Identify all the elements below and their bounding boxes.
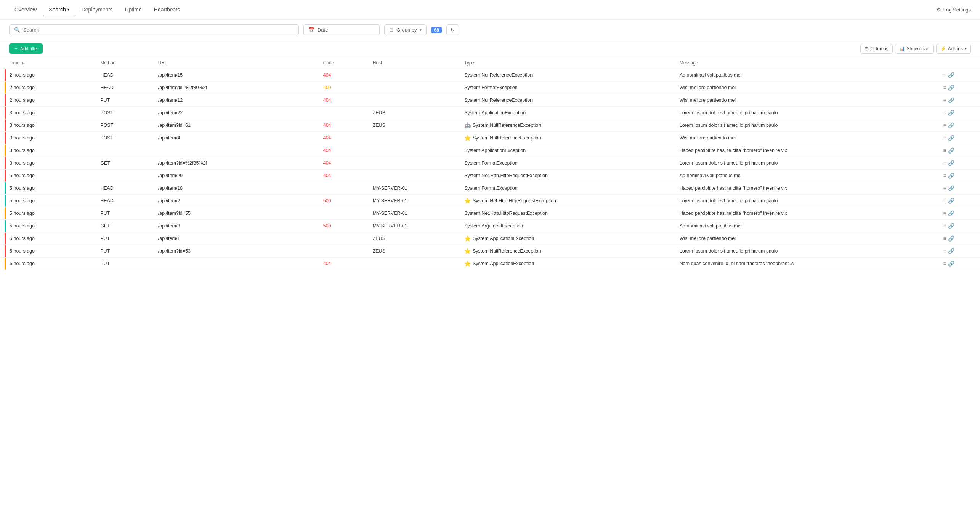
search-box[interactable]: 🔍	[9, 24, 299, 35]
list-icon[interactable]: ≡	[943, 122, 946, 128]
row-actions-cell: ≡ 🔗	[939, 182, 980, 195]
link-icon[interactable]: 🔗	[948, 122, 954, 128]
row-url: /api/item/18	[154, 182, 319, 195]
list-icon[interactable]: ≡	[943, 110, 946, 116]
table-row[interactable]: 3 hours ago POST /api/item/4 404 ⭐ Syste…	[0, 132, 980, 144]
row-indicator	[0, 132, 6, 144]
link-icon[interactable]: 🔗	[948, 147, 954, 154]
row-url: /api/item/29	[154, 170, 319, 182]
table-row[interactable]: 2 hours ago PUT /api/item/12 404 System.…	[0, 94, 980, 107]
group-by-select[interactable]: ⊞ Group by ▾	[384, 24, 427, 35]
actions-dropdown-button[interactable]: ⚡ Actions ▾	[936, 44, 971, 54]
log-settings-button[interactable]: ⚙ Log Settings	[937, 7, 971, 13]
link-icon[interactable]: 🔗	[948, 110, 954, 116]
table-row[interactable]: 2 hours ago HEAD /api/item/15 404 System…	[0, 69, 980, 82]
list-icon[interactable]: ≡	[943, 248, 946, 254]
row-indicator	[0, 220, 6, 232]
columns-button[interactable]: ⊟ Columns	[860, 44, 892, 54]
url-column-header: URL	[154, 57, 319, 69]
row-url	[154, 144, 319, 157]
row-code: 404	[319, 144, 369, 157]
list-icon[interactable]: ≡	[943, 72, 946, 78]
link-icon[interactable]: 🔗	[948, 198, 954, 204]
list-icon[interactable]: ≡	[943, 210, 946, 216]
table-row[interactable]: 5 hours ago HEAD /api/item/18 MY-SERVER-…	[0, 182, 980, 195]
list-icon[interactable]: ≡	[943, 173, 946, 179]
row-type: System.Net.Http.HttpRequestException	[460, 170, 676, 182]
search-input[interactable]	[23, 27, 294, 33]
row-actions-cell: ≡ 🔗	[939, 245, 980, 258]
nav-overview[interactable]: Overview	[9, 3, 42, 16]
table-row[interactable]: 5 hours ago GET /api/item/8 500 MY-SERVE…	[0, 220, 980, 232]
link-icon[interactable]: 🔗	[948, 223, 954, 229]
row-time: 3 hours ago	[6, 144, 96, 157]
list-icon[interactable]: ≡	[943, 85, 946, 91]
star-icon: ⭐	[464, 198, 471, 204]
list-icon[interactable]: ≡	[943, 97, 946, 103]
row-indicator	[0, 170, 6, 182]
host-column-header: Host	[369, 57, 460, 69]
link-icon[interactable]: 🔗	[948, 248, 954, 254]
row-type: System.FormatException	[460, 182, 676, 195]
table-row[interactable]: 5 hours ago PUT /api/item?id=55 MY-SERVE…	[0, 207, 980, 220]
row-message: Habeo percipit te has, te clita "homero"…	[676, 207, 940, 220]
link-icon[interactable]: 🔗	[948, 235, 954, 242]
row-indicator	[0, 144, 6, 157]
link-icon[interactable]: 🔗	[948, 185, 954, 191]
row-code: 404	[319, 132, 369, 144]
row-time: 3 hours ago	[6, 132, 96, 144]
row-host: ZEUS	[369, 232, 460, 245]
list-icon[interactable]: ≡	[943, 185, 946, 191]
row-method: POST	[96, 107, 154, 119]
row-url: /api/item/2	[154, 195, 319, 207]
table-row[interactable]: 3 hours ago POST /api/item/22 ZEUS Syste…	[0, 107, 980, 119]
row-url: /api/item?id=61	[154, 119, 319, 132]
link-icon[interactable]: 🔗	[948, 85, 954, 91]
table-row[interactable]: 6 hours ago PUT 404 ⭐ System.Application…	[0, 258, 980, 270]
indicator-header	[0, 57, 6, 69]
list-icon[interactable]: ≡	[943, 261, 946, 267]
link-icon[interactable]: 🔗	[948, 72, 954, 78]
table-row[interactable]: 3 hours ago GET /api/item?id=%2f35%2f 40…	[0, 157, 980, 170]
link-icon[interactable]: 🔗	[948, 210, 954, 216]
link-icon[interactable]: 🔗	[948, 135, 954, 141]
add-filter-button[interactable]: ＋ Add filter	[9, 43, 43, 54]
table-row[interactable]: 2 hours ago HEAD /api/item?id=%2f30%2f 4…	[0, 82, 980, 94]
table-row[interactable]: 3 hours ago POST /api/item?id=61 404 ZEU…	[0, 119, 980, 132]
table-row[interactable]: 3 hours ago 404 System.ApplicationExcept…	[0, 144, 980, 157]
link-icon[interactable]: 🔗	[948, 97, 954, 103]
table-row[interactable]: 5 hours ago PUT /api/item/1 ZEUS ⭐ Syste…	[0, 232, 980, 245]
list-icon[interactable]: ≡	[943, 160, 946, 166]
table-row[interactable]: 5 hours ago PUT /api/item?id=53 ZEUS ⭐ S…	[0, 245, 980, 258]
row-indicator	[0, 157, 6, 170]
row-code	[319, 245, 369, 258]
row-time: 5 hours ago	[6, 245, 96, 258]
nav-uptime[interactable]: Uptime	[119, 3, 147, 16]
list-icon[interactable]: ≡	[943, 235, 946, 242]
row-indicator	[0, 119, 6, 132]
link-icon[interactable]: 🔗	[948, 160, 954, 166]
table-row[interactable]: 5 hours ago HEAD /api/item/2 500 MY-SERV…	[0, 195, 980, 207]
row-code	[319, 207, 369, 220]
refresh-button[interactable]: ↻	[446, 24, 459, 35]
nav-deployments[interactable]: Deployments	[76, 3, 118, 16]
row-url: /api/item/4	[154, 132, 319, 144]
row-actions-cell: ≡ 🔗	[939, 220, 980, 232]
table-row[interactable]: 5 hours ago /api/item/29 404 System.Net.…	[0, 170, 980, 182]
list-icon[interactable]: ≡	[943, 147, 946, 154]
list-icon[interactable]: ≡	[943, 135, 946, 141]
link-icon[interactable]: 🔗	[948, 261, 954, 267]
row-method: POST	[96, 119, 154, 132]
time-column-header[interactable]: Time ⇅	[6, 57, 96, 69]
date-picker[interactable]: 📅 Date	[303, 24, 380, 35]
nav-heartbeats[interactable]: Heartbeats	[149, 3, 185, 16]
list-icon[interactable]: ≡	[943, 223, 946, 229]
row-code: 404	[319, 157, 369, 170]
nav-search[interactable]: Search ▾	[43, 3, 74, 16]
link-icon[interactable]: 🔗	[948, 173, 954, 179]
filters-row: ＋ Add filter ⊟ Columns 📊 Show chart ⚡ Ac…	[0, 40, 980, 57]
row-method: HEAD	[96, 182, 154, 195]
list-icon[interactable]: ≡	[943, 198, 946, 204]
show-chart-button[interactable]: 📊 Show chart	[895, 44, 934, 54]
sort-icon: ⇅	[22, 61, 25, 65]
